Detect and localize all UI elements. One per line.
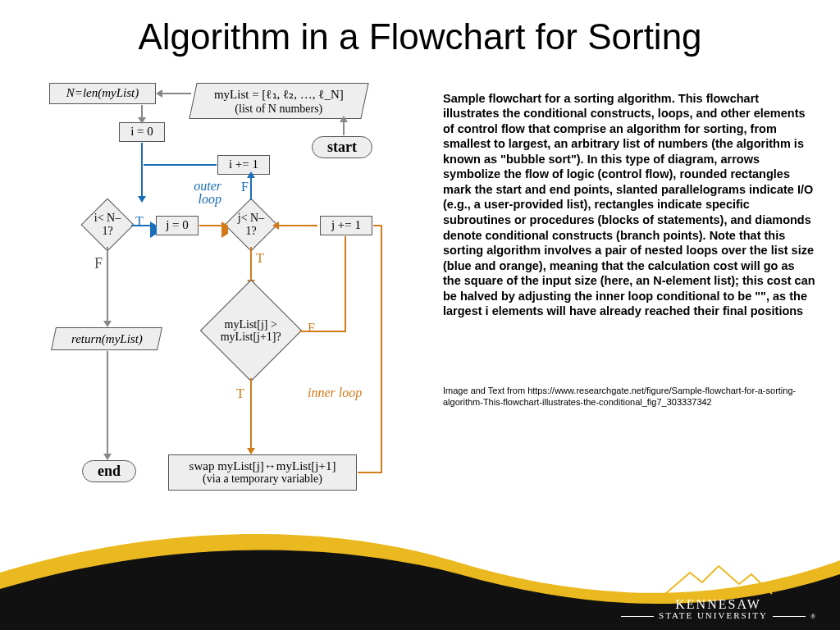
- node-mylist: myList = [ℓ₁, ℓ₂, …, ℓ_N](list of N numb…: [189, 83, 368, 119]
- node-iless: i< N–1?: [80, 198, 134, 251]
- slide: Algorithm in a Flowchart for Sorting N=l…: [0, 0, 840, 630]
- node-start: start: [312, 136, 372, 158]
- right-column: Sample flowchart for a sorting algorithm…: [418, 83, 815, 501]
- mylist-text: myList = [ℓ₁, ℓ₂, …, ℓ_N]: [214, 87, 344, 100]
- label-outer: outer loop: [172, 180, 221, 206]
- node-swap: swap myList[j]↔myList[j+1] (via a tempor…: [168, 454, 357, 491]
- label-F3: F: [308, 321, 315, 336]
- university-logo: KENNESAW STATE UNIVERSITY ®: [621, 563, 815, 620]
- swap-text: swap myList[j]↔myList[j+1]: [189, 459, 336, 473]
- label-F2: F: [241, 180, 249, 194]
- node-jinc: j += 1: [320, 216, 372, 235]
- image-credit: Image and Text from https://www.research…: [443, 385, 815, 409]
- label-T1: T: [135, 214, 144, 229]
- logo-sub: STATE UNIVERSITY: [659, 610, 768, 620]
- swap-sub: (via a temporary variable): [203, 472, 322, 485]
- content-row: N=len(myList) myList = [ℓ₁, ℓ₂, …, ℓ_N](…: [0, 83, 840, 501]
- node-return: return(myList): [51, 327, 162, 350]
- node-nlen: N=len(myList): [49, 83, 156, 104]
- label-T2: T: [256, 251, 264, 266]
- node-i0: i = 0: [119, 122, 165, 142]
- slide-title: Algorithm in a Flowchart for Sorting: [0, 0, 840, 58]
- mountain-icon: [657, 563, 780, 596]
- label-T3: T: [236, 386, 244, 401]
- node-end: end: [82, 460, 136, 482]
- mylist-sub: (list of N numbers): [235, 102, 323, 114]
- description-text: Sample flowchart for a sorting algorithm…: [443, 91, 815, 319]
- flowchart-diagram: N=len(myList) myList = [ℓ₁, ℓ₂, …, ℓ_N](…: [25, 83, 418, 501]
- node-iinc: i += 1: [217, 155, 270, 175]
- node-compare: myList[j] > myList[j+1]?: [200, 279, 302, 381]
- label-inner: inner loop: [308, 386, 362, 399]
- label-F1: F: [94, 255, 103, 272]
